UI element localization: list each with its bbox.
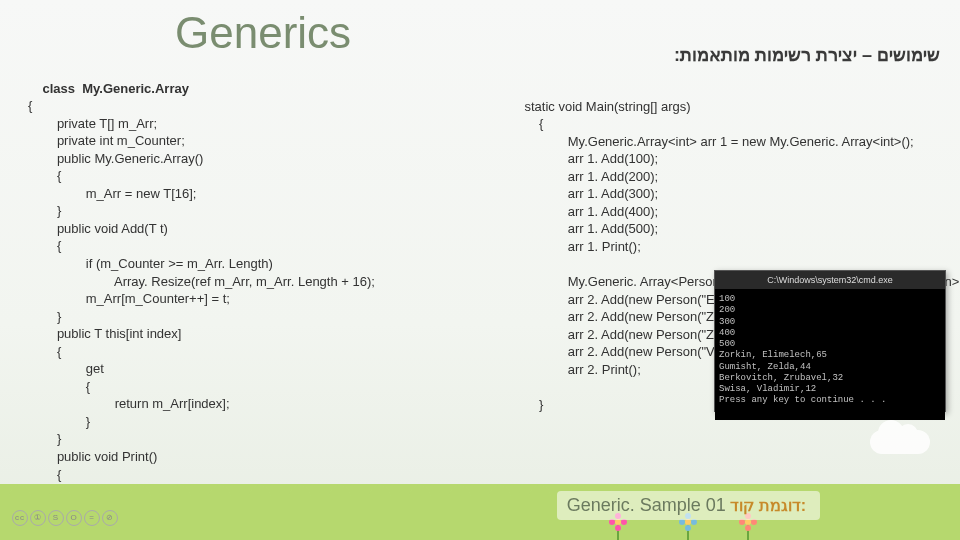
footer-sample-name: Generic. Sample 01 [567,495,726,515]
page-title: Generics [175,8,351,58]
footer-hebrew-label: דוגמת קוד: [730,497,806,514]
cc-icon: O [66,510,82,526]
console-titlebar: C:\Windows\system32\cmd.exe [715,271,945,290]
cc-icon: ⊘ [102,510,118,526]
license-badges: cc①SO=⊘ [12,510,120,526]
cloud-icon [870,430,930,454]
subtitle: שימושים – יצירת רשימות מותאמות: [674,44,940,66]
code-text: class My.Generic.Array { private T[] m_A… [28,81,375,540]
console-output: 100 200 300 400 500 Zorkin, Elimelech,65… [715,290,945,420]
slide: Generics שימושים – יצירת רשימות מותאמות:… [0,0,960,540]
footer-caption: Generic. Sample 01 דוגמת קוד: [557,491,820,520]
left-code-block: class My.Generic.Array { private T[] m_A… [28,62,508,540]
console-window: C:\Windows\system32\cmd.exe 100 200 300 … [714,270,946,412]
cc-icon: ① [30,510,46,526]
cc-icon: S [48,510,64,526]
cc-icon: cc [12,510,28,526]
cc-icon: = [84,510,100,526]
